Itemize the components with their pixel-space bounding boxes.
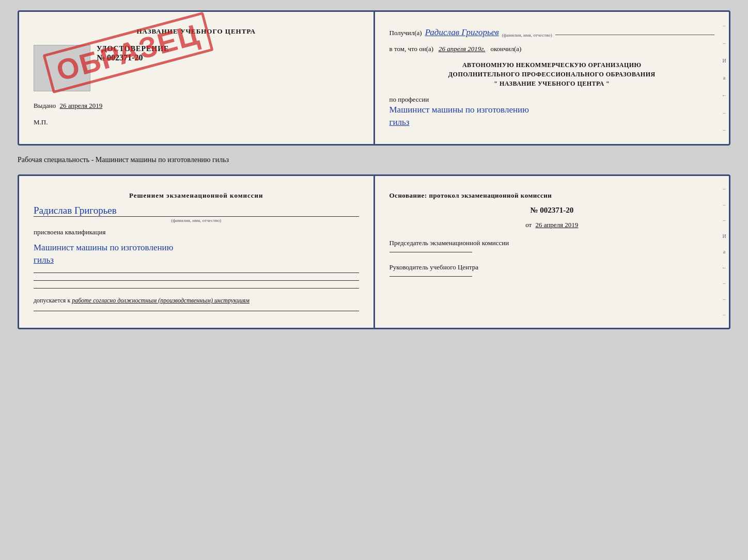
fio-hint-bottom: (фамилия, имя, отчество) [34, 218, 359, 223]
dopuskaetsya-block: допускается к работе согласно должностны… [34, 297, 359, 305]
bottom-certificate-card: Решением экзаменационной комиссии Радисл… [18, 174, 730, 329]
specialnost-label: Рабочая специальность - Машинист машины … [18, 154, 730, 166]
ot-date-value: 26 апреля 2019 [535, 221, 578, 229]
top-left-panel: НАЗВАНИЕ УЧЕБНОГО ЦЕНТРА УДОСТОВЕРЕНИЕ №… [19, 12, 373, 144]
vydano-label: Выдано [34, 102, 56, 109]
predsedatel-block: Председатель экзаменационной комиссии [389, 238, 715, 253]
person-name-top: Радислав Григорьев [425, 27, 499, 38]
dopuskaetsya-label: допускается к [34, 297, 70, 304]
predsedatel-title: Председатель экзаменационной комиссии [389, 238, 715, 248]
po-professii-label: по профессии [389, 95, 715, 104]
side-labels-top: – – И а ← – – [720, 12, 729, 144]
bottom-right-panel: Основание: протокол экзаменационной коми… [375, 176, 729, 328]
org-line1: АВТОНОМНУЮ НЕКОММЕРЧЕСКУЮ ОРГАНИЗАЦИЮ [389, 60, 715, 70]
vtom-date: 26 апреля 2019г. [439, 45, 485, 53]
underline-3 [34, 288, 359, 289]
resheniyem-header: Решением экзаменационной комиссии [34, 191, 359, 200]
name-underline-top [555, 35, 714, 35]
ot-label: от [525, 221, 532, 229]
po-professii-block: по профессии Машинист машины по изготовл… [389, 95, 715, 129]
org-line2: ДОПОЛНИТЕЛЬНОГО ПРОФЕССИОНАЛЬНОГО ОБРАЗО… [389, 70, 715, 79]
profession-text: Машинист машины по изготовлению [389, 104, 715, 116]
qualification-text2: гильз [34, 254, 359, 266]
qualification-block: Машинист машины по изготовлению гильз [34, 242, 359, 266]
rukovoditel-sig-line [389, 276, 472, 277]
vydano-row: Выдано 26 апреля 2019 [34, 102, 359, 110]
udostoverenie-title: УДОСТОВЕРЕНИЕ [97, 45, 359, 53]
okonchil-label: окончил(а) [490, 45, 521, 53]
person-name-bottom: Радислав Григорьев [34, 205, 359, 217]
predsedatel-sig-line [389, 252, 472, 252]
protocol-num: № 002371-20 [389, 206, 715, 215]
udostoverenie-block: УДОСТОВЕРЕНИЕ № 002371-20 [97, 45, 359, 62]
dopuskaetsya-text: работе согласно должностным (производств… [72, 297, 250, 304]
top-certificate-card: НАЗВАНИЕ УЧЕБНОГО ЦЕНТРА УДОСТОВЕРЕНИЕ №… [18, 10, 730, 146]
ot-date-row: от 26 апреля 2019 [389, 221, 715, 229]
name-underline-bottom [34, 216, 359, 217]
fio-hint-top: (фамилия, имя, отчество) [502, 33, 552, 38]
vtom-prefix: в том, что он(а) [389, 45, 434, 53]
poluchil-row: Получил(а) Радислав Григорьев (фамилия, … [389, 27, 715, 38]
vydano-date: 26 апреля 2019 [60, 102, 103, 109]
underline-1 [34, 273, 359, 273]
osnovanie-header: Основание: протокол экзаменационной коми… [389, 191, 715, 200]
udostoverenie-number: № 002371-20 [97, 53, 359, 62]
stamp-section: УДОСТОВЕРЕНИЕ № 002371-20 [34, 45, 359, 91]
org-line3: " НАЗВАНИЕ УЧЕБНОГО ЦЕНТРА " [389, 79, 715, 88]
top-right-panel: Получил(а) Радислав Григорьев (фамилия, … [375, 12, 729, 144]
vtom-row: в том, что он(а) 26 апреля 2019г. окончи… [389, 45, 715, 53]
rukovoditel-title: Руководитель учебного Центра [389, 263, 715, 272]
org-block: АВТОНОМНУЮ НЕКОММЕРЧЕСКУЮ ОРГАНИЗАЦИЮ ДО… [389, 60, 715, 88]
qualification-text: Машинист машины по изготовлению [34, 242, 359, 254]
side-labels-bottom: – – – И а ← – – – [720, 176, 729, 328]
center-name-top: НАЗВАНИЕ УЧЕБНОГО ЦЕНТРА [34, 27, 359, 36]
prisvoena-label: присвоена квалификация [34, 228, 359, 236]
seal-placeholder [34, 45, 90, 91]
person-name-bottom-block: Радислав Григорьев (фамилия, имя, отчест… [34, 205, 359, 223]
mp-label: М.П. [34, 118, 359, 126]
rukovoditel-block: Руководитель учебного Центра [389, 263, 715, 278]
underline-2 [34, 280, 359, 281]
bottom-left-panel: Решением экзаменационной комиссии Радисл… [19, 176, 373, 328]
poluchil-label: Получил(а) [389, 29, 422, 37]
underline-4 [34, 311, 359, 311]
profession-text2: гильз [389, 116, 715, 129]
